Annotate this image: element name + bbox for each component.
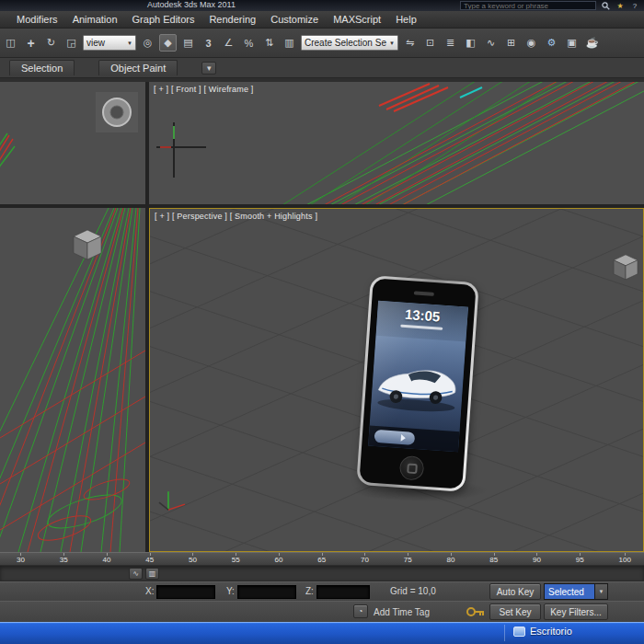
- ribbon-tabs: Selection Object Paint ▾: [0, 58, 644, 77]
- snaps-toggle-icon[interactable]: 3: [200, 34, 217, 52]
- z-coordinate-input[interactable]: [316, 585, 370, 599]
- keyboard-override-icon[interactable]: ▤: [179, 34, 197, 52]
- status-bar-row2: ◔ Add Time Tag Set Key Key Filters...: [0, 601, 644, 622]
- favorites-star-icon[interactable]: ★: [615, 1, 626, 11]
- iphone-model[interactable]: 13:05: [356, 275, 479, 492]
- z-coordinate-label: Z:: [305, 586, 314, 596]
- x-coordinate-input[interactable]: [156, 585, 215, 599]
- frame-label: 70: [361, 556, 369, 564]
- rendered-frame-window-icon[interactable]: ▣: [563, 34, 581, 52]
- render-production-icon[interactable]: ☕: [583, 34, 601, 52]
- titlebar: Autodesk 3ds Max 2011 ★ ?: [0, 0, 644, 11]
- search-icon[interactable]: [600, 1, 611, 11]
- graphite-modeling-tools-icon[interactable]: ◧: [462, 34, 479, 52]
- mini-curve-editor-button[interactable]: ∿: [129, 568, 143, 580]
- timeline-ruler[interactable]: 30 35 40 45 50 55 60 65 70 75 80 85 90 9…: [0, 552, 644, 566]
- frame-label: 80: [447, 556, 455, 564]
- ribbon-minimize-icon[interactable]: ▾: [201, 62, 216, 75]
- phone-home-button: [399, 455, 425, 481]
- menubar: Modifiers Animation Graph Editors Render…: [0, 11, 644, 29]
- viewport-perspective[interactable]: 13:05 [ + ] [ Perspective ] [ Smooth + H…: [149, 208, 644, 552]
- perspective-viewport-label[interactable]: [ + ] [ Perspective ] [ Smooth + Highlig…: [155, 212, 317, 221]
- help-icon[interactable]: ?: [629, 1, 640, 11]
- viewport-top[interactable]: [0, 82, 145, 204]
- track-filter-button[interactable]: ▥: [145, 568, 159, 580]
- render-setup-icon[interactable]: ⚙: [543, 34, 560, 52]
- desktop-toolbar[interactable]: Escritorio: [513, 626, 572, 637]
- set-key-button[interactable]: Set Key: [489, 604, 541, 620]
- keyword-search-input[interactable]: [460, 1, 596, 10]
- edit-named-selection-sets-icon[interactable]: ▥: [281, 34, 298, 52]
- select-and-scale-icon[interactable]: ◲: [63, 34, 80, 52]
- menu-animation[interactable]: Animation: [65, 12, 125, 27]
- menu-customize[interactable]: Customize: [263, 12, 326, 27]
- auto-key-button[interactable]: Auto Key: [489, 583, 541, 600]
- phone-body: 13:05: [359, 278, 476, 489]
- key-filter-mode-value: Selected: [545, 584, 594, 599]
- phone-speaker: [414, 291, 434, 296]
- frame-label: 100: [619, 556, 631, 564]
- align-icon[interactable]: ⊡: [421, 34, 439, 52]
- curve-editor-icon[interactable]: ∿: [482, 34, 500, 52]
- front-viewport-label[interactable]: [ + ] [ Front ] [ Wireframe ]: [154, 85, 254, 94]
- 3dsmax-window: Autodesk 3ds Max 2011 ★ ? Modifiers Anim…: [0, 0, 644, 644]
- key-filters-button[interactable]: Key Filters...: [544, 604, 608, 620]
- x-coordinate-label: X:: [145, 586, 154, 596]
- menu-help[interactable]: Help: [388, 12, 424, 27]
- phone-clock: 13:05: [377, 305, 468, 327]
- select-and-move-icon[interactable]: +: [22, 34, 40, 52]
- use-pivot-center-icon[interactable]: ◎: [139, 34, 156, 52]
- percent-snap-icon[interactable]: %: [240, 34, 258, 52]
- tab-selection[interactable]: Selection: [9, 60, 75, 75]
- menu-maxscript[interactable]: MAXScript: [326, 12, 388, 27]
- filter-icon: ▥: [149, 569, 156, 578]
- phone-screen: 13:05: [368, 301, 468, 452]
- frame-label: 60: [275, 556, 283, 564]
- magnifier-glyph: [602, 2, 610, 10]
- curve-icon: ∿: [132, 569, 139, 578]
- left-wireframe: [0, 208, 145, 552]
- add-time-tag-button[interactable]: Add Time Tag: [374, 607, 430, 617]
- menu-rendering[interactable]: Rendering: [201, 12, 263, 27]
- graphite-ribbon: Selection Object Paint ▾: [0, 58, 644, 82]
- reference-coordsys-value: view: [86, 38, 105, 48]
- key-glyph: [466, 604, 486, 619]
- status-bar-row1: X: Y: Z: Grid = 10,0 Auto Key Selected ▼: [0, 581, 644, 601]
- desktop-icon: [513, 627, 525, 637]
- layer-manager-icon[interactable]: ≣: [442, 34, 459, 52]
- track-bar[interactable]: ∿ ▥: [0, 566, 644, 581]
- viewport-left[interactable]: [0, 208, 145, 552]
- mirror-icon[interactable]: ⇋: [401, 34, 419, 52]
- frame-label: 35: [60, 556, 68, 564]
- menu-graph-editors[interactable]: Graph Editors: [125, 12, 202, 27]
- tab-object-paint[interactable]: Object Paint: [98, 60, 178, 75]
- y-coordinate-input[interactable]: [237, 585, 296, 599]
- infocenter: ★ ?: [460, 0, 640, 11]
- menu-modifiers[interactable]: Modifiers: [9, 12, 65, 27]
- set-keys-key-icon[interactable]: [466, 604, 486, 621]
- select-and-manipulate-icon[interactable]: ◆: [159, 34, 177, 52]
- named-selection-set-dropdown[interactable]: Create Selection Se ▼: [301, 35, 398, 51]
- taskbar-separator: [504, 625, 505, 641]
- window-crossing-icon[interactable]: ◫: [2, 34, 19, 52]
- frame-label: 30: [17, 556, 25, 564]
- key-filter-mode-dropdown[interactable]: Selected ▼: [544, 583, 608, 600]
- time-tag-icon[interactable]: ◔: [353, 604, 368, 618]
- window-title: Autodesk 3ds Max 2011: [147, 0, 236, 9]
- material-editor-icon[interactable]: ◉: [523, 34, 540, 52]
- select-and-rotate-icon[interactable]: ↻: [42, 34, 60, 52]
- front-wireframe: [149, 82, 644, 204]
- slider-knob: [374, 430, 415, 445]
- viewport-front[interactable]: [ + ] [ Front ] [ Wireframe ]: [149, 82, 644, 204]
- y-coordinate-label: Y:: [226, 586, 235, 596]
- grid-size-readout: Grid = 10,0: [390, 586, 436, 596]
- frame-label: 85: [489, 556, 498, 564]
- chevron-down-icon: ▼: [127, 40, 132, 46]
- spinner-snap-icon[interactable]: ⇅: [260, 34, 278, 52]
- named-selection-set-value: Create Selection Se: [305, 38, 386, 48]
- box-object: [74, 230, 101, 259]
- angle-snap-icon[interactable]: ∠: [220, 34, 237, 52]
- reference-coordsys-dropdown[interactable]: view ▼: [83, 35, 136, 51]
- schematic-view-icon[interactable]: ⊞: [502, 34, 520, 52]
- box-object: [614, 255, 638, 280]
